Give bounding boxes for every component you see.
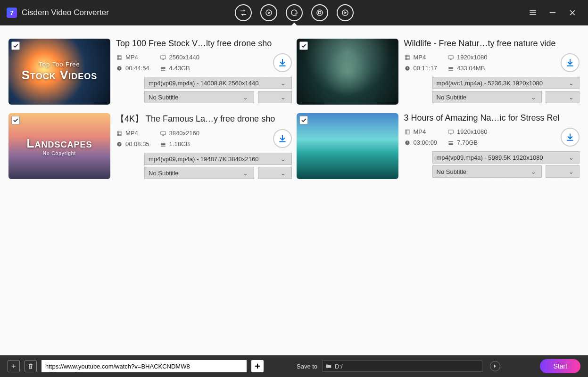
chevron-down-icon: ⌄ [567,80,575,87]
add-url-button[interactable]: + [251,360,264,372]
subtitle-dropdown[interactable]: No Subtitle⌄ [432,165,542,178]
start-button[interactable]: Start [540,359,580,373]
container-label: MP4 [404,54,438,61]
video-info: Wildlife - Free Natur…ty free nature vid… [404,39,580,105]
download-button[interactable] [273,129,292,148]
subtitle-extra-dropdown[interactable]: ⌄ [258,91,292,103]
container-label: MP4 [116,54,149,61]
chevron-down-icon: ⌄ [279,170,288,177]
filesize-label: 4.43GB [160,65,199,72]
resolution-label: 1920x1080 [447,54,487,61]
video-card: Top Too Free Stock Videos Top 100 Free S… [8,39,292,105]
duration-label: 00:44:54 [116,65,149,72]
app-logo-icon: 7 [7,8,17,18]
container-label: MP4 [116,130,149,137]
subtitle-extra-dropdown[interactable]: ⌄ [258,167,292,179]
app-brand: 7 Cisdem Video Converter [0,8,109,18]
titlebar: 7 Cisdem Video Converter [0,0,588,25]
video-card: 3 Hours of Amazing Na…ic for Stress Rel … [297,113,580,179]
select-checkbox[interactable] [11,116,20,124]
chevron-down-icon: ⌄ [529,94,538,101]
subtitle-extra-dropdown[interactable]: ⌄ [546,91,580,103]
video-thumbnail[interactable] [297,39,398,105]
chevron-down-icon: ⌄ [241,170,250,177]
save-to-label: Save to [297,363,317,370]
filesize-label: 7.70GB [447,139,487,146]
chevron-down-icon: ⌄ [567,94,575,101]
window-controls [528,8,588,18]
video-thumbnail[interactable] [297,113,398,179]
download-button[interactable] [561,128,580,147]
select-checkbox[interactable] [299,116,308,124]
format-dropdown[interactable]: mp4(vp09,mp4a) - 19487.7K 3840x2160⌄ [144,153,292,165]
select-checkbox[interactable] [11,41,20,50]
chevron-down-icon: ⌄ [279,156,288,163]
chevron-down-icon: ⌄ [279,94,288,101]
subtitle-dropdown[interactable]: No Subtitle⌄ [144,91,254,103]
mode-edit1-icon[interactable] [311,4,328,21]
chevron-down-icon: ⌄ [529,168,538,175]
video-list: Top Too Free Stock Videos Top 100 Free S… [0,25,588,355]
chevron-down-icon: ⌄ [241,94,250,101]
video-thumbnail[interactable]: Landscapes No Copyright [8,113,110,179]
svg-rect-8 [448,55,454,58]
svg-point-0 [266,10,272,16]
download-button[interactable] [273,53,292,72]
delete-button[interactable] [25,360,37,372]
svg-rect-6 [160,55,166,58]
download-button[interactable] [561,53,580,72]
format-dropdown[interactable]: mp4(vp09,mp4a) - 14008.8K 2560x1440⌄ [144,77,292,89]
mode-rip-icon[interactable] [260,4,277,21]
video-info: 3 Hours of Amazing Na…ic for Stress Rel … [404,113,580,179]
container-label: MP4 [404,128,438,135]
thumb-overlay: Top Too Free Stock Videos [22,61,98,82]
video-title: 【4K】 The Famous La…y free drone sho [116,113,292,124]
mode-toolbar [235,4,354,21]
svg-point-4 [317,10,323,16]
filesize-label: 433.04MB [447,65,487,72]
format-dropdown[interactable]: mp4(avc1,mp4a) - 5236.3K 1920x1080⌄ [432,77,580,89]
mode-edit2-icon[interactable] [337,4,354,21]
video-thumbnail[interactable]: Top Too Free Stock Videos [8,39,110,105]
video-card: Landscapes No Copyright 【4K】 The Famous … [8,113,292,179]
browse-folder-button[interactable] [490,361,500,371]
chevron-down-icon: ⌄ [567,168,575,175]
duration-label: 03:00:09 [404,139,438,146]
subtitle-extra-dropdown[interactable]: ⌄ [546,165,580,178]
minimize-icon[interactable] [547,8,558,18]
video-info: 【4K】 The Famous La…y free drone sho MP4 … [116,113,292,179]
bottombar: + Save to D:/ Start [0,355,588,377]
video-info: Top 100 Free Stock V…lty free drone sho … [116,39,292,105]
svg-rect-10 [160,131,166,134]
save-to-field[interactable]: D:/ [322,361,482,372]
video-title: 3 Hours of Amazing Na…ic for Stress Rel [404,113,580,123]
format-dropdown[interactable]: mp4(vp09,mp4a) - 5989.5K 1920x1080⌄ [432,151,580,164]
filesize-label: 1.18GB [160,140,199,148]
duration-label: 00:11:17 [404,65,438,72]
svg-point-1 [268,12,269,14]
duration-label: 00:08:35 [116,140,149,148]
close-icon[interactable] [567,8,578,18]
select-checkbox[interactable] [299,41,308,50]
mode-convert-icon[interactable] [235,4,252,21]
thumb-overlay: Landscapes No Copyright [27,136,92,156]
video-card: Wildlife - Free Natur…ty free nature vid… [297,39,580,105]
mode-download-icon[interactable] [286,4,303,21]
resolution-label: 3840x2160 [160,130,199,137]
svg-rect-12 [448,130,454,133]
chevron-down-icon: ⌄ [567,154,575,161]
menu-icon[interactable] [528,8,538,18]
resolution-label: 1920x1080 [447,128,487,135]
video-title: Top 100 Free Stock V…lty free drone sho [116,39,292,49]
resolution-label: 2560x1440 [160,54,199,61]
save-to-path: D:/ [335,363,343,370]
chevron-down-icon: ⌄ [279,80,288,87]
subtitle-dropdown[interactable]: No Subtitle⌄ [432,91,542,103]
subtitle-dropdown[interactable]: No Subtitle⌄ [144,167,254,179]
video-title: Wildlife - Free Natur…ty free nature vid… [404,39,580,49]
add-file-button[interactable] [8,360,20,372]
app-title: Cisdem Video Converter [22,8,109,17]
url-input[interactable] [41,360,247,372]
